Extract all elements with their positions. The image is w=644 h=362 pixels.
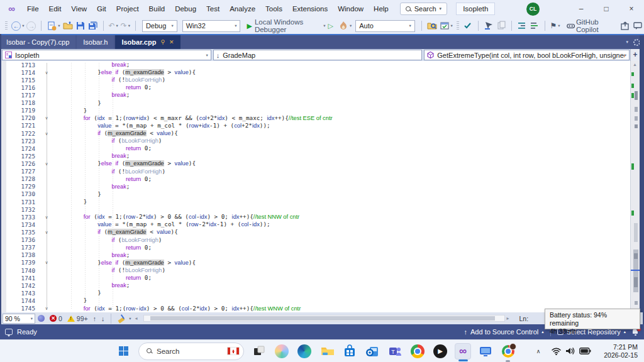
indicator-margin[interactable] bbox=[1, 91, 6, 99]
code-line-1719[interactable]: 1719 } bbox=[1, 107, 630, 114]
clock[interactable]: 7:21 PM 2026-02-15 bbox=[604, 343, 638, 359]
code-line-1718[interactable]: 1718 } bbox=[1, 99, 630, 107]
menu-item-git[interactable]: Git bbox=[92, 0, 111, 18]
menu-item-window[interactable]: Window bbox=[333, 0, 369, 18]
tab-isobar-h[interactable]: Isobar.h bbox=[77, 35, 114, 49]
menu-item-help[interactable]: Help bbox=[369, 0, 394, 18]
warning-count[interactable]: 99+ bbox=[67, 315, 88, 322]
visual-studio-taskbar-icon[interactable]: ∞ bbox=[455, 343, 471, 359]
indicator-margin[interactable] bbox=[1, 183, 6, 190]
copilot-app-icon[interactable] bbox=[274, 343, 290, 359]
code-line-1738[interactable]: 1738 break; bbox=[1, 251, 630, 259]
avatar[interactable]: CL bbox=[526, 3, 540, 16]
navigate-back-button[interactable]: ←▾ bbox=[11, 21, 24, 31]
redo-button[interactable]: ↷▾ bbox=[121, 21, 130, 30]
member-dropdown[interactable]: GetExtremeType(int col, int row, bool bL… bbox=[424, 50, 630, 60]
next-issue-arrow[interactable]: ↓ bbox=[101, 315, 104, 322]
task-view-button[interactable] bbox=[251, 343, 267, 359]
scroll-up-arrow[interactable]: ▲ bbox=[633, 62, 637, 67]
menu-item-analyze[interactable]: Analyze bbox=[225, 0, 260, 18]
indicator-margin[interactable] bbox=[1, 145, 6, 152]
add-to-source-control-button[interactable]: ↑ Add to Source Control ▴ bbox=[464, 328, 544, 336]
code-line-1714[interactable]: 1714∨ }else if (m_examGrade > value){ bbox=[1, 69, 630, 76]
code-line-1722[interactable]: 1722∨ if (m_examGrade < value){ bbox=[1, 129, 630, 137]
code-line-1723[interactable]: 1723 if (bLookForHigh) bbox=[1, 137, 630, 145]
indicator-margin[interactable] bbox=[1, 69, 6, 76]
code-line-1725[interactable]: 1725 break; bbox=[1, 152, 630, 160]
code-cleanup-button[interactable]: ▾ bbox=[118, 314, 131, 322]
edge-icon[interactable] bbox=[296, 343, 313, 359]
solution-name-badge[interactable]: Isopleth bbox=[456, 3, 495, 15]
indicator-margin[interactable] bbox=[1, 206, 6, 213]
indicator-margin[interactable] bbox=[1, 160, 6, 167]
indicator-margin[interactable] bbox=[1, 198, 6, 206]
menu-item-project[interactable]: Project bbox=[111, 0, 144, 18]
save-all-button[interactable] bbox=[88, 21, 98, 31]
menu-item-tools[interactable]: Tools bbox=[260, 0, 287, 18]
menu-item-build[interactable]: Build bbox=[144, 0, 170, 18]
start-without-debugging-button[interactable]: ▷ bbox=[328, 22, 336, 30]
indicator-margin[interactable] bbox=[1, 190, 6, 198]
tab-isobar-copy-7-cpp[interactable]: Isobar - Copy(7).cpp bbox=[0, 35, 75, 49]
indicator-margin[interactable] bbox=[1, 244, 6, 251]
start-button[interactable] bbox=[115, 343, 131, 359]
scroll-right-arrow[interactable]: ▸ bbox=[506, 315, 509, 321]
solution-configuration-dropdown[interactable]: Debug▾ bbox=[142, 20, 177, 32]
code-line-1721[interactable]: 1721 value = *(m_map + m_col * (row+idx-… bbox=[1, 122, 630, 129]
fold-chevron-icon[interactable]: ∨ bbox=[38, 260, 55, 265]
splitter-handle[interactable]: + bbox=[630, 49, 640, 61]
indicator-margin[interactable] bbox=[1, 114, 6, 122]
indicator-margin[interactable] bbox=[1, 282, 6, 289]
code-line-1713[interactable]: 1713 break; bbox=[1, 61, 630, 69]
close-tab-icon[interactable]: ✕ bbox=[169, 39, 174, 45]
indicator-margin[interactable] bbox=[1, 107, 6, 114]
tab-isobar-cpp[interactable]: Isobar.cpp⚲✕ bbox=[115, 35, 180, 49]
file-explorer-icon[interactable] bbox=[319, 343, 335, 359]
menu-item-file[interactable]: File bbox=[22, 0, 44, 18]
menu-item-test[interactable]: Test bbox=[201, 0, 225, 18]
indicator-margin[interactable] bbox=[1, 221, 6, 228]
horizontal-scrollbar[interactable] bbox=[143, 315, 505, 322]
indicator-margin[interactable] bbox=[1, 175, 6, 183]
code-line-1739[interactable]: 1739∨ }else if (m_examGrade > value){ bbox=[1, 259, 630, 266]
fold-chevron-icon[interactable]: ∨ bbox=[38, 230, 55, 234]
code-line-1743[interactable]: 1743 } bbox=[1, 289, 630, 297]
indicator-margin[interactable] bbox=[1, 228, 6, 236]
code-line-1724[interactable]: 1724 return 0; bbox=[1, 145, 630, 152]
start-debugging-button[interactable]: ▶Local Windows Debugger▾ bbox=[247, 18, 325, 33]
find-in-files-button[interactable] bbox=[427, 21, 437, 31]
code-line-1717[interactable]: 1717 break; bbox=[1, 91, 630, 99]
menu-item-view[interactable]: View bbox=[66, 0, 92, 18]
save-button[interactable] bbox=[75, 21, 86, 31]
indent-button[interactable] bbox=[517, 21, 527, 31]
indicator-margin[interactable] bbox=[1, 129, 6, 137]
code-line-1740[interactable]: 1740 if (!bLookForHigh) bbox=[1, 266, 630, 274]
close-button[interactable]: × bbox=[619, 0, 644, 18]
code-line-1735[interactable]: 1735∨ if (m_examGrade < value){ bbox=[1, 228, 630, 236]
code-line-1730[interactable]: 1730 } bbox=[1, 190, 630, 198]
toolbar-grip[interactable] bbox=[5, 21, 8, 31]
open-file-button[interactable] bbox=[63, 21, 73, 31]
code-line-1726[interactable]: 1726∨ }else if (m_examGrade > value){ bbox=[1, 160, 630, 167]
code-line-1732[interactable]: 1732 bbox=[1, 206, 630, 213]
outlook-icon[interactable] bbox=[364, 343, 380, 359]
code-line-1741[interactable]: 1741 return 0; bbox=[1, 274, 630, 282]
project-dropdown[interactable]: Isopleth▾ bbox=[2, 50, 211, 60]
indicator-margin[interactable] bbox=[1, 266, 6, 274]
indicator-margin[interactable] bbox=[1, 99, 6, 107]
search-box[interactable]: Search ▾ bbox=[400, 3, 447, 15]
indicator-margin[interactable] bbox=[1, 297, 6, 304]
fold-chevron-icon[interactable]: ∨ bbox=[38, 131, 55, 136]
indicator-margin[interactable] bbox=[1, 122, 6, 129]
chrome-profile-icon[interactable] bbox=[500, 343, 516, 359]
remote-desktop-icon[interactable] bbox=[477, 343, 494, 359]
indicator-margin[interactable] bbox=[1, 305, 6, 312]
code-line-1736[interactable]: 1736 if (bLookForHigh) bbox=[1, 236, 630, 244]
copy-parent-button[interactable] bbox=[496, 21, 506, 31]
media-player-icon[interactable]: ▶ bbox=[432, 343, 448, 359]
code-line-1720[interactable]: 1720∨ for (idx = 1;(row+idx) < m_maxr &&… bbox=[1, 114, 630, 122]
code-line-1742[interactable]: 1742 break; bbox=[1, 282, 630, 289]
teams-icon[interactable]: T bbox=[387, 343, 403, 359]
zoom-dropdown[interactable]: 90 %▾ bbox=[3, 314, 35, 324]
code-line-1716[interactable]: 1716 return 0; bbox=[1, 84, 630, 91]
